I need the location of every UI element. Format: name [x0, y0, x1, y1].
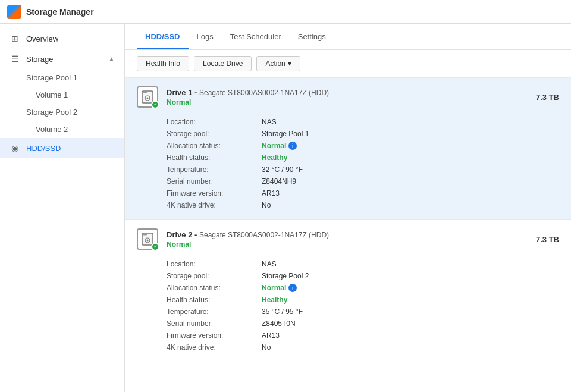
drive-1-health-row: Health status: Healthy [167, 152, 559, 164]
drive-1-model: Seagate ST8000AS0002-1NA17Z (HDD) [199, 89, 329, 97]
tab-logs[interactable]: Logs [189, 25, 222, 49]
drive-1-name: Drive 1 - Seagate ST8000AS0002-1NA17Z (H… [167, 88, 528, 97]
drive-1-separator: - [194, 88, 199, 97]
drive-2-pool-row: Storage pool: Storage Pool 2 [167, 270, 559, 282]
drive-1-serial-value: Z8404NH9 [262, 177, 296, 186]
drive-2-location-value: NAS [262, 260, 277, 268]
drive-2-firmware-row: Firmware version: AR13 [167, 330, 559, 341]
drive-1-serial-label: Serial number: [167, 177, 262, 186]
main-content: HDD/SSD Logs Test Scheduler Settings Hea… [125, 24, 571, 392]
drive-1-location-row: Location: NAS [167, 116, 559, 128]
sidebar-item-hdd-ssd[interactable]: ◉ HDD/SSD [0, 138, 124, 158]
sidebar-item-label: HDD/SSD [26, 144, 61, 153]
hdd-icon: ◉ [10, 143, 20, 153]
alloc-info-icon-2[interactable]: i [288, 284, 297, 292]
svg-rect-7 [143, 234, 147, 236]
overview-icon: ⊞ [10, 34, 20, 43]
drive-2-pool-value: Storage Pool 2 [262, 272, 309, 280]
drive-2-icon-wrap [137, 228, 158, 250]
drive-1-temp-value: 32 °C / 90 °F [262, 165, 303, 174]
svg-point-2 [147, 98, 149, 99]
sidebar-child-label: Storage Pool 2 [26, 108, 77, 117]
health-info-button[interactable]: Health Info [137, 56, 189, 71]
drive-1-location-label: Location: [167, 118, 262, 126]
drive-1-status-dot [151, 101, 159, 109]
drive-2-firmware-value: AR13 [262, 331, 280, 340]
drive-1-header[interactable]: Drive 1 - Seagate ST8000AS0002-1NA17Z (H… [125, 78, 571, 116]
drive-1-icon-wrap [137, 86, 158, 108]
drive-1-details: Location: NAS Storage pool: Storage Pool… [125, 116, 571, 219]
sidebar-item-storage-pool-1[interactable]: Storage Pool 1 [0, 69, 124, 86]
tab-hdd-ssd[interactable]: HDD/SSD [137, 25, 189, 49]
sidebar-item-overview[interactable]: ⊞ Overview [0, 29, 124, 49]
drive-1-title: Drive 1 - Seagate ST8000AS0002-1NA17Z (H… [167, 88, 528, 106]
drive-2-4k-row: 4K native drive: No [167, 341, 559, 353]
drive-2-model: Seagate ST8000AS0002-1NA17Z (HDD) [199, 231, 329, 239]
drive-1-pool-value: Storage Pool 1 [262, 130, 309, 138]
sidebar-child-label: Volume 1 [36, 90, 68, 99]
drive-2-title: Drive 2 - Seagate ST8000AS0002-1NA17Z (H… [167, 230, 528, 249]
drive-2-name: Drive 2 - Seagate ST8000AS0002-1NA17Z (H… [167, 230, 528, 239]
drive-2-separator: - [194, 230, 199, 239]
tab-settings[interactable]: Settings [290, 25, 334, 49]
drive-2-serial-row: Serial number: Z8405T0N [167, 318, 559, 330]
drive-2-firmware-label: Firmware version: [167, 331, 262, 340]
drive-2-4k-label: 4K native drive: [167, 343, 262, 352]
sidebar-item-volume-2[interactable]: Volume 2 [0, 121, 124, 138]
sidebar-child-label: Storage Pool 1 [26, 73, 77, 82]
drive-card-1: Drive 1 - Seagate ST8000AS0002-1NA17Z (H… [125, 78, 571, 220]
drive-2-status-dot [151, 243, 159, 251]
storage-icon: ☰ [10, 54, 20, 64]
drive-1-firmware-row: Firmware version: AR13 [167, 187, 559, 199]
drive-1-alloc-label: Allocation status: [167, 142, 262, 150]
sidebar-child-label: Volume 2 [36, 125, 68, 134]
drive-1-size: 7.3 TB [536, 93, 559, 102]
drive-1-temp-row: Temperature: 32 °C / 90 °F [167, 164, 559, 175]
drive-1-location-value: NAS [262, 118, 277, 126]
sidebar-item-label: Overview [26, 35, 58, 43]
drive-2-pool-label: Storage pool: [167, 272, 262, 280]
drive-1-pool-label: Storage pool: [167, 130, 262, 138]
app-title: Storage Manager [26, 7, 94, 17]
sidebar-item-volume-1[interactable]: Volume 1 [0, 86, 124, 104]
alloc-info-icon-1[interactable]: i [288, 142, 297, 150]
drive-list: Drive 1 - Seagate ST8000AS0002-1NA17Z (H… [125, 78, 571, 392]
drive-1-pool-row: Storage pool: Storage Pool 1 [167, 128, 559, 140]
sidebar: ⊞ Overview ☰ Storage ▲ Storage Pool 1 Vo… [0, 24, 125, 392]
action-button[interactable]: Action ▾ [256, 56, 300, 71]
drive-2-temp-label: Temperature: [167, 308, 262, 316]
drive-2-health-label: Health status: [167, 296, 262, 304]
drive-2-header[interactable]: Drive 2 - Seagate ST8000AS0002-1NA17Z (H… [125, 220, 571, 258]
tabs: HDD/SSD Logs Test Scheduler Settings [125, 24, 571, 50]
drive-1-status: Normal [167, 98, 528, 106]
drive-2-status: Normal [167, 240, 528, 249]
drive-1-4k-label: 4K native drive: [167, 201, 262, 209]
svg-rect-3 [143, 92, 147, 93]
drive-2-temp-row: Temperature: 35 °C / 95 °F [167, 306, 559, 318]
drive-2-temp-value: 35 °C / 95 °F [262, 308, 303, 316]
drive-2-serial-value: Z8405T0N [262, 319, 296, 328]
tab-test-scheduler[interactable]: Test Scheduler [222, 25, 290, 49]
drive-2-location-label: Location: [167, 260, 262, 268]
drive-2-serial-label: Serial number: [167, 319, 262, 328]
drive-1-health-value: Healthy [262, 153, 287, 162]
layout: ⊞ Overview ☰ Storage ▲ Storage Pool 1 Vo… [0, 24, 571, 392]
sidebar-item-storage[interactable]: ☰ Storage ▲ [0, 49, 124, 69]
locate-drive-button[interactable]: Locate Drive [194, 56, 252, 71]
sidebar-item-label: Storage [26, 55, 54, 64]
drive-2-location-row: Location: NAS [167, 258, 559, 270]
drive-2-alloc-row: Allocation status: Normal i [167, 282, 559, 294]
svg-point-6 [147, 240, 149, 242]
drive-2-alloc-value: Normal i [262, 284, 297, 292]
drive-1-health-label: Health status: [167, 153, 262, 162]
action-chevron-icon: ▾ [288, 59, 291, 68]
sidebar-item-storage-pool-2[interactable]: Storage Pool 2 [0, 104, 124, 121]
chevron-up-icon: ▲ [108, 55, 115, 62]
drive-2-health-value: Healthy [262, 296, 287, 304]
drive-1-temp-label: Temperature: [167, 165, 262, 174]
drive-2-size: 7.3 TB [536, 235, 559, 244]
app-header: Storage Manager [0, 0, 571, 24]
drive-2-details: Location: NAS Storage pool: Storage Pool… [125, 258, 571, 362]
drive-1-4k-value: No [262, 201, 271, 209]
drive-1-firmware-label: Firmware version: [167, 189, 262, 197]
